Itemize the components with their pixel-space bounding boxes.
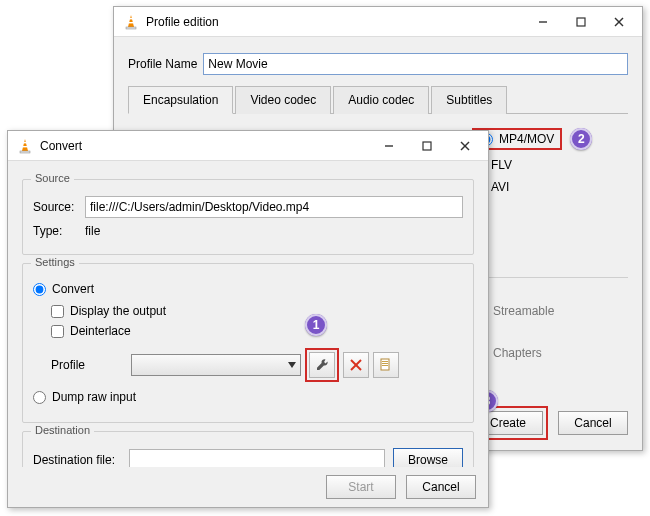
radio-dump[interactable]: Dump raw input xyxy=(33,390,463,404)
svg-rect-24 xyxy=(382,365,388,366)
button-label: Cancel xyxy=(574,416,611,430)
radio-avi[interactable]: AVI xyxy=(472,180,622,194)
chevron-down-icon xyxy=(288,358,296,372)
type-label: Type: xyxy=(33,224,79,238)
svg-marker-10 xyxy=(22,139,28,151)
radio-label: FLV xyxy=(491,158,512,172)
x-icon xyxy=(350,359,362,371)
svg-rect-15 xyxy=(423,142,431,150)
button-label: Start xyxy=(348,480,373,494)
status-label: Chapters xyxy=(493,346,542,360)
button-label: Browse xyxy=(408,453,448,467)
svg-rect-2 xyxy=(129,18,133,19)
vlc-icon xyxy=(16,137,34,155)
tab-strip: Encapsulation Video codec Audio codec Su… xyxy=(128,85,628,114)
checkbox-display-output-input[interactable] xyxy=(51,305,64,318)
new-file-icon xyxy=(379,358,393,372)
tab-audio-codec[interactable]: Audio codec xyxy=(333,86,429,114)
tab-video-codec[interactable]: Video codec xyxy=(235,86,331,114)
svg-rect-13 xyxy=(23,146,28,147)
profile-select[interactable] xyxy=(131,354,301,376)
svg-rect-1 xyxy=(126,27,136,29)
callout-badge-2: 2 xyxy=(570,128,592,150)
close-button[interactable] xyxy=(600,8,638,36)
tab-subtitles[interactable]: Subtitles xyxy=(431,86,507,114)
checkbox-deinterlace-input[interactable] xyxy=(51,325,64,338)
status-label: Streamable xyxy=(493,304,554,318)
delete-profile-button[interactable] xyxy=(343,352,369,378)
source-label: Source: xyxy=(33,200,79,214)
convert-window: Convert Source Source: Type: file Settin… xyxy=(7,130,489,508)
svg-marker-0 xyxy=(128,15,134,27)
radio-label: Convert xyxy=(52,282,94,296)
radio-convert-input[interactable] xyxy=(33,283,46,296)
profile-label: Profile xyxy=(51,358,131,372)
titlebar[interactable]: Convert xyxy=(8,131,488,161)
radio-label: Dump raw input xyxy=(52,390,136,404)
dialog-button-bar: Start Cancel xyxy=(8,467,488,507)
vlc-icon xyxy=(122,13,140,31)
maximize-button[interactable] xyxy=(562,8,600,36)
cancel-button[interactable]: Cancel xyxy=(406,475,476,499)
svg-marker-18 xyxy=(288,362,296,368)
window-title: Profile edition xyxy=(146,15,524,29)
tab-label: Subtitles xyxy=(446,93,492,107)
button-label: Create xyxy=(490,416,526,430)
checkbox-deinterlace[interactable]: Deinterlace xyxy=(51,324,463,338)
tab-encapsulation[interactable]: Encapsulation xyxy=(128,86,233,114)
window-title: Convert xyxy=(40,139,370,153)
checkbox-label: Deinterlace xyxy=(70,324,131,338)
new-profile-button[interactable] xyxy=(373,352,399,378)
wrench-icon xyxy=(315,358,329,372)
tab-label: Encapsulation xyxy=(143,93,218,107)
start-button[interactable]: Start xyxy=(326,475,396,499)
svg-rect-22 xyxy=(382,361,388,362)
tab-label: Audio codec xyxy=(348,93,414,107)
destination-label: Destination file: xyxy=(33,453,123,467)
group-legend: Destination xyxy=(31,424,94,436)
maximize-button[interactable] xyxy=(408,132,446,160)
radio-dump-input[interactable] xyxy=(33,391,46,404)
minimize-button[interactable] xyxy=(524,8,562,36)
profile-name-input[interactable] xyxy=(203,53,628,75)
profile-name-label: Profile Name xyxy=(128,57,197,71)
radio-label: MP4/MOV xyxy=(499,132,554,146)
checkbox-label: Display the output xyxy=(70,304,166,318)
highlight-edit-profile xyxy=(305,348,339,382)
svg-rect-3 xyxy=(129,22,134,23)
svg-rect-5 xyxy=(577,18,585,26)
close-button[interactable] xyxy=(446,132,484,160)
tab-label: Video codec xyxy=(250,93,316,107)
group-legend: Source xyxy=(31,172,74,184)
minimize-button[interactable] xyxy=(370,132,408,160)
radio-label: AVI xyxy=(491,180,509,194)
group-legend: Settings xyxy=(31,256,79,268)
edit-profile-button[interactable] xyxy=(309,352,335,378)
group-settings: Settings Convert Display the output Dein… xyxy=(22,263,474,423)
svg-rect-21 xyxy=(381,359,389,370)
cancel-button[interactable]: Cancel xyxy=(558,411,628,435)
group-source: Source Source: Type: file xyxy=(22,179,474,255)
svg-rect-11 xyxy=(20,151,30,153)
radio-convert[interactable]: Convert xyxy=(33,282,463,296)
type-value: file xyxy=(85,224,100,238)
titlebar[interactable]: Profile edition xyxy=(114,7,642,37)
svg-rect-23 xyxy=(382,363,388,364)
source-input[interactable] xyxy=(85,196,463,218)
radio-mp4mov[interactable]: MP4/MOV xyxy=(480,132,554,146)
button-label: Cancel xyxy=(422,480,459,494)
svg-rect-12 xyxy=(23,142,27,143)
radio-flv[interactable]: FLV xyxy=(472,158,622,172)
callout-badge-1: 1 xyxy=(305,314,327,336)
checkbox-display-output[interactable]: Display the output xyxy=(51,304,463,318)
